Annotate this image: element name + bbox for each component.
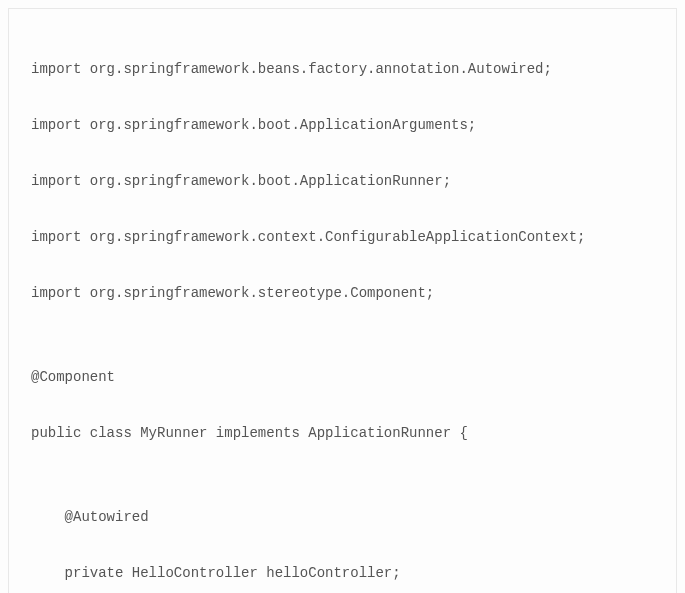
code-line: import org.springframework.boot.Applicat…: [31, 167, 654, 195]
code-line: public class MyRunner implements Applica…: [31, 419, 654, 447]
code-line: @Autowired: [31, 503, 654, 531]
code-line: import org.springframework.boot.Applicat…: [31, 111, 654, 139]
code-line: import org.springframework.stereotype.Co…: [31, 279, 654, 307]
code-line: import org.springframework.context.Confi…: [31, 223, 654, 251]
code-line: import org.springframework.beans.factory…: [31, 55, 654, 83]
code-line: private HelloController helloController;: [31, 559, 654, 587]
code-block: import org.springframework.beans.factory…: [8, 8, 677, 593]
code-line: @Component: [31, 363, 654, 391]
